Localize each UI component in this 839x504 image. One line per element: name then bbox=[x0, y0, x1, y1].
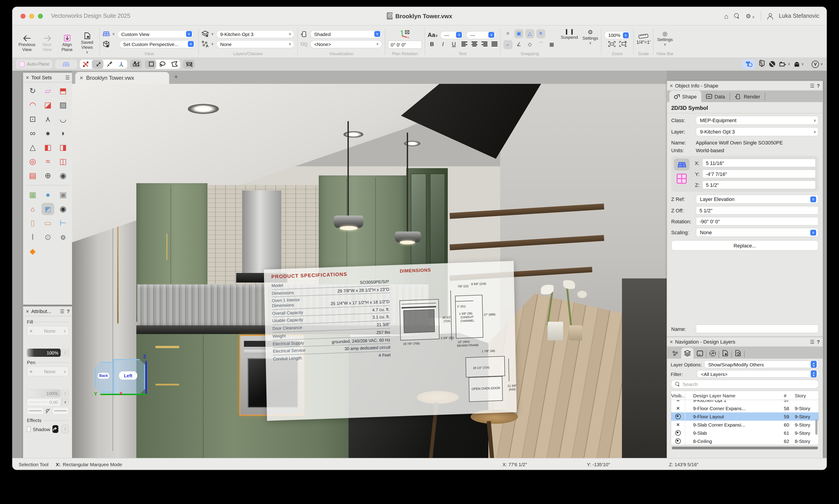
hatched-solid-icon[interactable] bbox=[759, 59, 766, 69]
snap-object-button[interactable]: ▣ bbox=[514, 29, 523, 38]
close-window-button[interactable] bbox=[20, 14, 25, 18]
line-weight-chevron[interactable]: ∨ bbox=[62, 398, 69, 406]
fit-page-icon[interactable] bbox=[619, 41, 626, 47]
tool-push-pull[interactable]: ⬒ bbox=[55, 84, 71, 98]
visible-eye-icon[interactable] bbox=[675, 438, 681, 444]
active-class-dropdown[interactable]: None∨ bbox=[216, 40, 295, 48]
symbol-insertion-grid-icon[interactable] bbox=[676, 173, 687, 184]
object-name-field[interactable] bbox=[696, 324, 819, 333]
unrestricted-scale-mode[interactable] bbox=[104, 59, 116, 69]
tool-nurbs-curve[interactable]: ≈ bbox=[40, 155, 56, 168]
underline-button[interactable]: U bbox=[451, 41, 457, 47]
z-off-field[interactable]: 5 1/2" bbox=[696, 206, 819, 215]
view-cube-back-label[interactable]: Back bbox=[98, 373, 109, 379]
maximize-window-button[interactable] bbox=[38, 14, 43, 18]
plane-mode-button[interactable] bbox=[55, 59, 77, 69]
nav-tab-viewports[interactable] bbox=[706, 348, 719, 359]
rotation-field[interactable]: -90° 0' 0" bbox=[696, 217, 819, 226]
projection-dropdown[interactable]: Set Custom Perspective...∨ bbox=[119, 40, 196, 48]
tool-3d-locus[interactable]: ⋏ bbox=[40, 112, 56, 126]
minimize-window-button[interactable] bbox=[29, 14, 34, 18]
class-dropdown[interactable]: MEP-Equipment∨ bbox=[696, 116, 819, 125]
close-icon[interactable]: × bbox=[670, 83, 673, 88]
tool-section-solid[interactable]: ◫ bbox=[55, 155, 71, 168]
search-icon[interactable] bbox=[734, 13, 740, 19]
active-layer-dropdown[interactable]: 9-Kitchen Opt 3∨ bbox=[216, 30, 295, 38]
close-tab-icon[interactable]: × bbox=[80, 75, 83, 81]
polygon-marquee-mode[interactable] bbox=[169, 59, 180, 69]
tool-extract-surface[interactable]: ◎ bbox=[25, 155, 40, 168]
user-avatar-icon[interactable] bbox=[767, 13, 773, 19]
unlink-icon[interactable] bbox=[45, 408, 51, 414]
snap-distance-button[interactable]: ∠ bbox=[514, 40, 523, 49]
pen-opacity-menu[interactable]: ⋮ bbox=[62, 389, 69, 397]
shadow-menu[interactable]: ⋮ bbox=[62, 425, 69, 433]
horizontal-scrollbar[interactable] bbox=[672, 447, 818, 449]
suspend-snapping-button[interactable]: Suspend bbox=[561, 29, 578, 40]
table-row-selected[interactable]: 9-Floor Layout599-Story bbox=[671, 412, 819, 420]
home-icon[interactable]: ⌂ bbox=[724, 12, 729, 20]
snap-tangent-button[interactable]: ⌒ bbox=[536, 40, 545, 49]
tool-extrude-face[interactable]: ◪ bbox=[40, 98, 56, 112]
scale-mode[interactable] bbox=[92, 59, 104, 69]
nav-tab-references[interactable] bbox=[732, 348, 744, 359]
line-style-start[interactable] bbox=[27, 407, 44, 415]
auto-plane-toggle[interactable]: Auto-Plane bbox=[16, 59, 53, 69]
tool-cone[interactable]: △ bbox=[25, 140, 40, 155]
scaling-dropdown[interactable]: None∨ bbox=[696, 228, 819, 237]
nav-tab-classes[interactable] bbox=[669, 348, 681, 359]
no-scaling-mode[interactable] bbox=[80, 59, 92, 69]
background-style-dropdown[interactable]: <None>∨ bbox=[310, 40, 382, 48]
rectangular-marquee-mode[interactable] bbox=[145, 59, 157, 69]
disable-icon[interactable] bbox=[769, 61, 775, 67]
tool-connections[interactable]: ▣ bbox=[55, 188, 71, 202]
close-icon[interactable]: × bbox=[26, 75, 29, 80]
table-header[interactable]: Visib... Design Layer Name # Story bbox=[671, 391, 819, 400]
tool-geo-globe[interactable]: ● bbox=[40, 188, 56, 202]
tool-contour[interactable]: ▤ bbox=[25, 168, 40, 183]
align-justify-button[interactable] bbox=[492, 41, 497, 47]
snap-working-plane-button[interactable]: ▦ bbox=[547, 40, 556, 49]
z-field[interactable]: 5 1/2" bbox=[702, 180, 816, 189]
tool-shell[interactable]: ◡ bbox=[55, 112, 71, 126]
table-row[interactable]: 9-Slab619-Story bbox=[671, 429, 819, 437]
version-options-button[interactable]: V∨ bbox=[811, 60, 823, 68]
plan-rotation-field[interactable]: 0° 0' 0" bbox=[388, 40, 422, 49]
font-dropdown[interactable]: ---∨ bbox=[440, 31, 464, 39]
tab-shape[interactable]: Shape bbox=[669, 91, 701, 102]
table-row[interactable]: ×9-Floor Corner Expans...589-Story bbox=[671, 404, 819, 412]
tool-piping[interactable]: ⊢ bbox=[55, 216, 71, 230]
replace-button[interactable]: Replace... bbox=[671, 240, 819, 251]
tool-dimension-ruler[interactable]: ▭ bbox=[40, 216, 56, 230]
new-tab-button[interactable]: + bbox=[174, 73, 178, 80]
previous-view-button[interactable]: Previous View bbox=[17, 34, 36, 52]
line-style-end[interactable] bbox=[52, 407, 69, 415]
snap-intersection-button[interactable]: ✕ bbox=[536, 29, 545, 38]
pen-opacity-slider[interactable]: 100% ⋮ bbox=[27, 389, 69, 397]
tool-fillet-edge[interactable]: ◠ bbox=[25, 98, 40, 112]
top-plan-mode-button[interactable] bbox=[742, 59, 755, 69]
view-cube-left-label[interactable]: Left bbox=[119, 372, 137, 380]
tool-twist[interactable]: ▨ bbox=[55, 98, 71, 112]
axis-mode[interactable] bbox=[116, 59, 127, 69]
bold-button[interactable]: B bbox=[429, 41, 435, 47]
align-left-button[interactable] bbox=[461, 41, 467, 47]
shadow-checkbox[interactable] bbox=[27, 426, 31, 432]
snap-angle-button[interactable]: △ bbox=[525, 29, 535, 38]
align-right-button[interactable] bbox=[482, 41, 487, 47]
tool-set-working-plane[interactable]: ▱ bbox=[40, 84, 56, 98]
tool-sphere[interactable]: ● bbox=[40, 126, 56, 140]
tool-hemisphere[interactable]: ◗ bbox=[55, 126, 71, 140]
snap-grid-button[interactable]: ⌗ bbox=[503, 29, 512, 38]
tool-bolt[interactable]: ⊙ bbox=[40, 230, 56, 244]
view-bar-settings-button[interactable]: ◎ Settings ∨ bbox=[657, 31, 673, 47]
layer-search-input[interactable]: Search bbox=[671, 380, 819, 389]
palette-menu-icon[interactable]: ☰ bbox=[60, 308, 65, 314]
snap-smart-point-button[interactable]: ◇ bbox=[525, 40, 535, 49]
lasso-marquee-mode[interactable] bbox=[157, 59, 169, 69]
shadow-direction-button[interactable] bbox=[52, 425, 58, 433]
tool-subscription-library[interactable]: ◆ bbox=[25, 244, 40, 258]
y-field[interactable]: -4'7 7/16" bbox=[702, 169, 816, 178]
x-field[interactable]: 5 11/16" bbox=[702, 159, 816, 167]
fit-objects-icon[interactable] bbox=[608, 41, 615, 47]
